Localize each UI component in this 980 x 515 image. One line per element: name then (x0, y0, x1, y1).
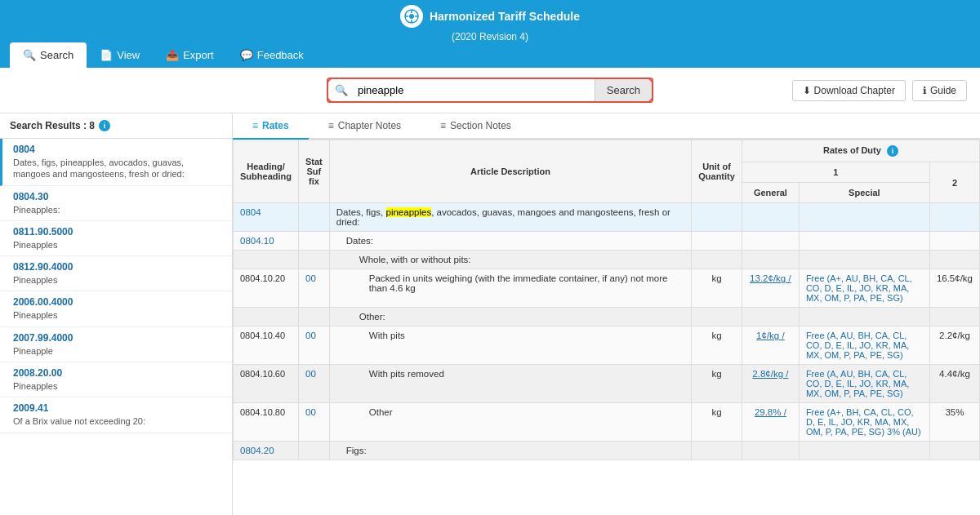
search-icon: 🔍 (328, 79, 354, 101)
app-logo (400, 5, 423, 28)
search-bar-area: 🔍 Search ⬇ Download Chapter ℹ Guide (0, 68, 980, 113)
cell-heading: 0804.10.20 (234, 269, 299, 308)
cell-unit (692, 308, 742, 326)
cell-col2: 35% (929, 403, 979, 442)
cell-heading: 0804.10 (234, 232, 299, 251)
sidebar: Search Results : 8 i 0804 Dates, figs, p… (0, 113, 233, 515)
sidebar-item-2006[interactable]: 2006.00.4000 Pineapples (0, 291, 232, 326)
search-input-wrapper: 🔍 Search (327, 78, 653, 103)
cell-col2 (929, 308, 979, 326)
tab-section-notes[interactable]: ≡ Section Notes (421, 113, 531, 140)
sidebar-item-2008[interactable]: 2008.20.00 Pineapples (0, 362, 232, 397)
sidebar-item-0812[interactable]: 0812.90.4000 Pineapples (0, 256, 232, 291)
download-chapter-button[interactable]: ⬇ Download Chapter (792, 80, 906, 101)
tab-chapter-notes[interactable]: ≡ Chapter Notes (309, 113, 421, 140)
guide-button[interactable]: ℹ Guide (912, 80, 967, 101)
section-notes-icon: ≡ (440, 120, 446, 131)
th-heading: Heading/ Subheading (234, 140, 299, 203)
cell-special (799, 203, 929, 232)
nav-tab-feedback[interactable]: 💬 Feedback (227, 42, 317, 68)
cell-desc: Figs: (329, 442, 691, 460)
feedback-nav-icon: 💬 (240, 49, 253, 61)
cell-stat: 00 (299, 269, 330, 308)
sidebar-desc: Pineapples: (13, 204, 222, 215)
info-icon: ℹ (923, 85, 927, 96)
table-row: Whole, with or without pits: (234, 251, 980, 269)
cell-special: Free (A+, BH, CA, CL, CO, D, E, IL, JO, … (799, 403, 929, 442)
cell-heading: 0804 (234, 203, 299, 232)
cell-unit (692, 251, 742, 269)
tab-rates[interactable]: ≡ Rates (233, 113, 309, 140)
sidebar-item-0804[interactable]: 0804 Dates, figs, pineapples, avocados, … (0, 139, 232, 186)
cell-col2 (929, 232, 979, 251)
sidebar-code: 2006.00.4000 (13, 296, 222, 308)
cell-stat (299, 251, 330, 269)
search-button[interactable]: Search (595, 79, 652, 101)
sidebar-desc: Pineapples (13, 380, 222, 392)
cell-desc: Whole, with or without pits: (329, 251, 691, 269)
cell-general: 2.8¢/kg / (742, 365, 799, 403)
table-row: 0804.10.40 00 With pits kg 1¢/kg / Free … (234, 326, 980, 365)
cell-stat (299, 203, 330, 232)
nav-tab-search[interactable]: 🔍 Search (10, 42, 87, 68)
th-description: Article Description (329, 140, 691, 203)
nav-tab-export[interactable]: 📤 Export (153, 42, 227, 68)
tariff-table: Heading/ Subheading Stat Suf fix Article… (233, 140, 980, 460)
sidebar-code: 0811.90.5000 (13, 226, 222, 238)
cell-general: 13.2¢/kg / (742, 269, 799, 308)
cell-special: Free (A, AU, BH, CA, CL, CO, D, E, IL, J… (799, 326, 929, 365)
cell-col2 (929, 251, 979, 269)
sidebar-item-0811[interactable]: 0811.90.5000 Pineapples (0, 221, 232, 256)
cell-stat (299, 308, 330, 326)
nav-bar: 🔍 Search 📄 View 📤 Export 💬 Feedback (0, 42, 980, 68)
sidebar-item-2009[interactable]: 2009.41 Of a Brix value not exceeding 20… (0, 397, 232, 433)
th-stat: Stat Suf fix (299, 140, 330, 203)
cell-desc: Other (329, 403, 691, 442)
cell-heading: 0804.10.40 (234, 326, 299, 365)
cell-unit (692, 203, 742, 232)
app-title-text: Harmonized Tariff Schedule (430, 10, 580, 23)
top-header: Harmonized Tariff Schedule (2020 Revisio… (0, 0, 980, 68)
cell-stat (299, 442, 330, 460)
cell-unit: kg (692, 269, 742, 308)
rates-icon: ≡ (252, 120, 258, 131)
svg-point-1 (409, 14, 414, 19)
sidebar-code: 2007.99.4000 (13, 332, 222, 344)
table-row: 0804.10.80 00 Other kg 29.8% / Free (A+,… (234, 403, 980, 442)
sidebar-desc: Pineapples (13, 309, 222, 321)
cell-general (742, 251, 799, 269)
cell-col2 (929, 203, 979, 232)
download-icon: ⬇ (803, 85, 811, 96)
cell-heading (234, 251, 299, 269)
cell-special: Free (A, AU, BH, CA, CL, CO, D, E, IL, J… (799, 365, 929, 403)
sidebar-desc: Dates, figs, pineapples, avocados, guava… (13, 157, 222, 180)
main-layout: Search Results : 8 i 0804 Dates, figs, p… (0, 113, 980, 515)
cell-general: 29.8% / (742, 403, 799, 442)
th-special: Special (799, 183, 929, 203)
cell-stat: 00 (299, 365, 330, 403)
cell-desc: With pits (329, 326, 691, 365)
search-input[interactable] (354, 79, 595, 101)
cell-desc: Packed in units weighing (with the immed… (329, 269, 691, 308)
cell-col2 (929, 442, 979, 460)
sidebar-code: 2008.20.00 (13, 367, 222, 379)
chapter-notes-icon: ≡ (328, 120, 334, 131)
nav-tab-view[interactable]: 📄 View (87, 42, 153, 68)
cell-unit: kg (692, 326, 742, 365)
sidebar-code: 2009.41 (13, 402, 222, 414)
sidebar-desc: Pineapple (13, 345, 222, 357)
th-rates: Rates of Duty i (742, 140, 979, 162)
cell-general (742, 232, 799, 251)
cell-general (742, 442, 799, 460)
cell-unit: kg (692, 403, 742, 442)
cell-unit (692, 232, 742, 251)
sidebar-item-0804-30[interactable]: 0804.30 Pineapples: (0, 186, 232, 221)
table-row: 0804.10.20 00 Packed in units weighing (… (234, 269, 980, 308)
cell-special (799, 442, 929, 460)
sidebar-code: 0804.30 (13, 191, 222, 202)
sidebar-item-2007[interactable]: 2007.99.4000 Pineapple (0, 327, 232, 362)
app-subtitle: (2020 Revision 4) (452, 31, 528, 42)
cell-general (742, 308, 799, 326)
sub-tabs: ≡ Rates ≡ Chapter Notes ≡ Section Notes (233, 113, 980, 140)
th-col1: 1 (742, 162, 929, 183)
